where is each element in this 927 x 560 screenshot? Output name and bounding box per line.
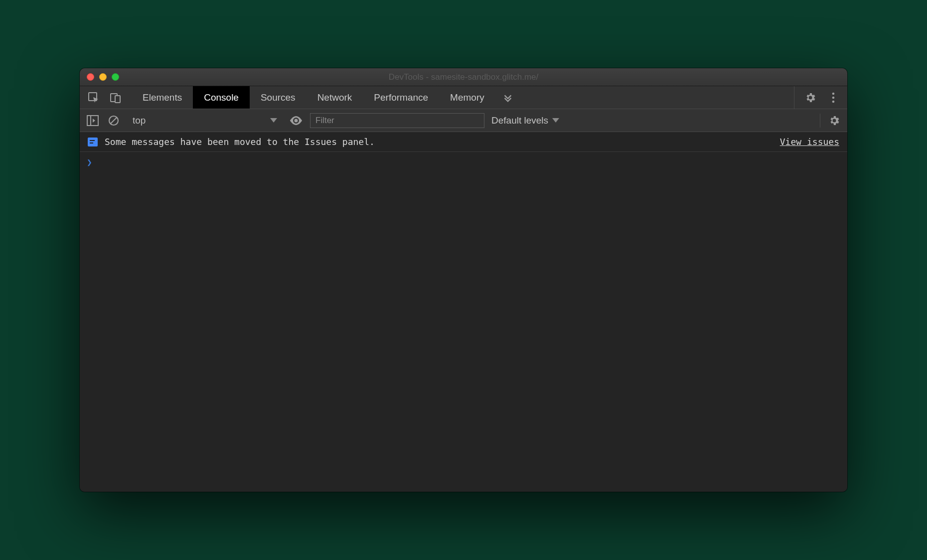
chevron-down-icon [552,118,559,123]
titlebar: DevTools - samesite-sandbox.glitch.me/ [80,68,847,86]
live-expression-icon[interactable] [289,114,303,128]
context-selector-value: top [133,115,146,126]
tab-network[interactable]: Network [307,86,363,109]
console-toolbar: top Default levels [80,109,847,132]
issues-icon [88,138,98,146]
settings-icon[interactable] [803,91,817,105]
tab-console[interactable]: Console [193,86,250,109]
console-prompt-icon: ❯ [87,157,92,167]
log-levels-selector[interactable]: Default levels [491,115,559,126]
view-issues-link[interactable]: View issues [780,137,839,147]
devtools-window: DevTools - samesite-sandbox.glitch.me/ E… [80,68,847,492]
maximize-button[interactable] [112,73,119,81]
svg-point-5 [832,100,835,103]
console-toolbar-trailing [820,114,841,128]
more-menu-icon[interactable] [826,91,840,105]
minimize-button[interactable] [99,73,107,81]
issues-bar: Some messages have been moved to the Iss… [80,132,847,152]
filter-input[interactable] [310,113,484,128]
tab-performance[interactable]: Performance [363,86,439,109]
svg-point-4 [832,96,835,99]
svg-point-3 [832,92,835,95]
chevron-down-icon [270,118,277,123]
tabs-overflow-button[interactable] [495,86,520,109]
tab-memory[interactable]: Memory [439,86,495,109]
log-levels-label: Default levels [491,115,548,126]
inspect-element-icon[interactable] [87,91,101,105]
clear-console-icon[interactable] [107,114,121,128]
issues-message: Some messages have been moved to the Iss… [105,137,375,147]
tabbar: Elements Console Sources Network Perform… [80,86,847,109]
window-title: DevTools - samesite-sandbox.glitch.me/ [80,72,847,82]
tabs: Elements Console Sources Network Perform… [132,86,495,109]
tab-elements[interactable]: Elements [132,86,193,109]
tabbar-leading-icons [80,86,132,109]
svg-rect-2 [115,96,120,103]
sidebar-toggle-icon[interactable] [86,114,100,128]
tabbar-trailing [794,86,847,109]
close-button[interactable] [87,73,94,81]
console-settings-icon[interactable] [827,114,841,128]
console-body[interactable]: ❯ [80,152,847,492]
device-toolbar-icon[interactable] [109,91,123,105]
svg-line-9 [111,118,117,124]
tab-sources[interactable]: Sources [250,86,307,109]
context-selector[interactable]: top [128,115,282,126]
traffic-lights [87,73,119,81]
